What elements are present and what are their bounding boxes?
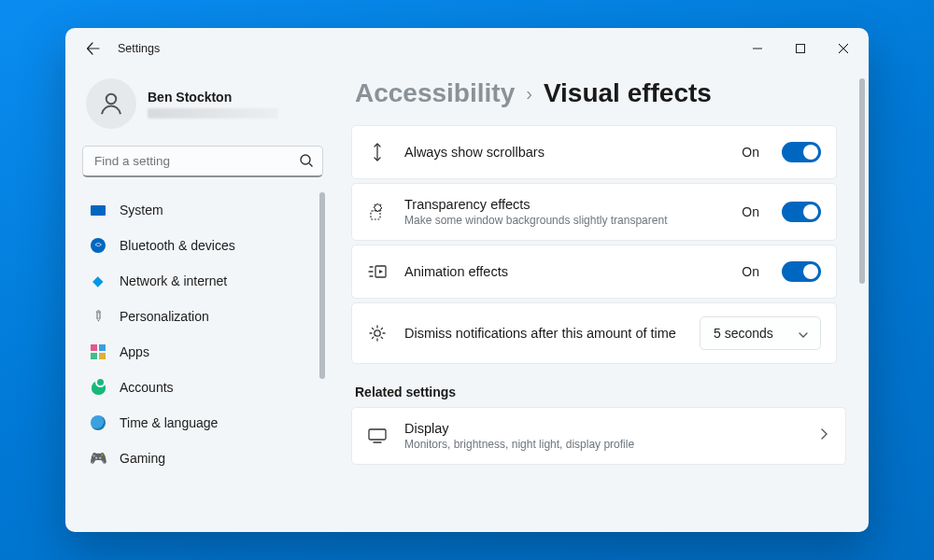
svg-rect-3 (371, 211, 380, 219)
back-arrow-icon (86, 41, 101, 56)
sidebar-item-personalization[interactable]: ✎Personalization (80, 299, 310, 334)
back-button[interactable] (78, 34, 108, 63)
select-value: 5 seconds (714, 326, 773, 341)
sidebar-nav-area: System ⌔Bluetooth & devices ◆Network & i… (80, 192, 325, 532)
sidebar-item-label: Time & language (120, 415, 218, 430)
apps-icon (90, 343, 106, 360)
setting-title: Always show scrollbars (404, 145, 725, 160)
chevron-down-icon (798, 329, 809, 343)
globe-icon (90, 414, 106, 431)
page-title: Visual effects (544, 78, 712, 108)
settings-window: Settings Ben Stockton (65, 28, 869, 532)
window-controls (736, 34, 865, 63)
animation-toggle[interactable] (782, 261, 821, 282)
setting-transparency: Transparency effects Make some window ba… (351, 183, 837, 241)
setting-title: Animation effects (404, 264, 725, 279)
toggle-state: On (742, 204, 759, 219)
setting-description: Make some window backgrounds slightly tr… (404, 214, 703, 227)
breadcrumb-parent[interactable]: Accessibility (355, 78, 515, 108)
avatar (86, 78, 136, 129)
sidebar-item-label: System (120, 203, 163, 217)
settings-list: Always show scrollbars On Transparency e… (351, 125, 846, 364)
window-title: Settings (118, 42, 160, 55)
profile-text: Ben Stockton (148, 90, 278, 119)
toggle-knob (803, 264, 818, 279)
profile-name: Ben Stockton (148, 90, 278, 105)
related-description: Monitors, brightness, night light, displ… (404, 438, 703, 451)
minimize-icon (753, 44, 762, 53)
close-button[interactable] (822, 34, 865, 63)
main-content: Accessibility › Visual effects Always sh… (336, 69, 869, 532)
svg-point-2 (301, 155, 310, 164)
svg-rect-0 (797, 45, 805, 53)
search-box (82, 146, 323, 177)
setting-title: Transparency effects (404, 197, 725, 212)
sidebar-item-label: Apps (120, 344, 149, 359)
sidebar-item-label: Network & internet (120, 273, 227, 288)
sidebar: Ben Stockton System ⌔Bluetooth & devices… (65, 69, 336, 532)
setting-animation: Animation effects On (351, 245, 837, 299)
maximize-icon (796, 44, 805, 53)
scrollbar-icon (367, 143, 388, 161)
brightness-icon (367, 324, 388, 343)
dismiss-time-select[interactable]: 5 seconds (700, 316, 821, 350)
svg-point-5 (375, 330, 380, 336)
related-heading: Related settings (355, 385, 846, 399)
sidebar-item-time[interactable]: Time & language (80, 405, 310, 441)
sidebar-nav: System ⌔Bluetooth & devices ◆Network & i… (80, 192, 325, 476)
sidebar-item-bluetooth[interactable]: ⌔Bluetooth & devices (80, 228, 310, 263)
close-icon (839, 44, 848, 53)
sidebar-scrollbar[interactable] (319, 192, 325, 523)
toggle-knob (803, 145, 818, 160)
transparency-icon (367, 203, 388, 221)
accounts-icon (90, 379, 106, 396)
setting-title: Dismiss notifications after this amount … (404, 326, 683, 341)
chevron-right-icon (817, 427, 830, 444)
setting-scrollbars: Always show scrollbars On (351, 125, 837, 179)
minimize-button[interactable] (736, 34, 779, 63)
toggle-state: On (742, 264, 759, 279)
breadcrumb: Accessibility › Visual effects (355, 78, 846, 108)
svg-point-1 (106, 94, 117, 105)
bluetooth-icon: ⌔ (90, 237, 106, 254)
person-icon (97, 90, 125, 118)
sidebar-scroll-thumb[interactable] (319, 192, 325, 379)
sidebar-item-system[interactable]: System (80, 192, 310, 228)
titlebar: Settings (65, 28, 869, 69)
sidebar-item-apps[interactable]: Apps (80, 334, 310, 370)
toggle-knob (803, 204, 818, 219)
main-scroll-thumb[interactable] (859, 78, 865, 284)
sidebar-item-label: Gaming (120, 451, 165, 466)
related-display[interactable]: Display Monitors, brightness, night ligh… (351, 407, 846, 465)
sidebar-item-label: Personalization (120, 309, 209, 324)
gaming-icon: 🎮 (90, 450, 106, 467)
sidebar-item-gaming[interactable]: 🎮Gaming (80, 441, 310, 476)
maximize-button[interactable] (779, 34, 822, 63)
sidebar-item-network[interactable]: ◆Network & internet (80, 263, 310, 299)
animation-icon (367, 263, 388, 280)
brush-icon: ✎ (86, 304, 109, 328)
related-title: Display (404, 421, 800, 436)
sidebar-item-accounts[interactable]: Accounts (80, 370, 310, 405)
profile-email-redacted (148, 108, 278, 119)
system-icon (90, 202, 106, 218)
sidebar-item-label: Accounts (120, 380, 174, 395)
scrollbars-toggle[interactable] (782, 142, 821, 162)
main-scrollbar[interactable] (859, 78, 865, 523)
svg-rect-6 (369, 429, 386, 440)
toggle-state: On (742, 145, 759, 160)
search-input[interactable] (82, 146, 323, 177)
profile-block[interactable]: Ben Stockton (80, 73, 325, 142)
transparency-toggle[interactable] (782, 202, 821, 222)
setting-dismiss-time: Dismiss notifications after this amount … (351, 302, 837, 364)
sidebar-item-label: Bluetooth & devices (120, 238, 235, 253)
window-body: Ben Stockton System ⌔Bluetooth & devices… (65, 69, 869, 532)
wifi-icon: ◆ (90, 273, 106, 289)
chevron-right-icon: › (526, 83, 532, 105)
display-icon (367, 427, 388, 444)
search-icon (299, 153, 314, 172)
